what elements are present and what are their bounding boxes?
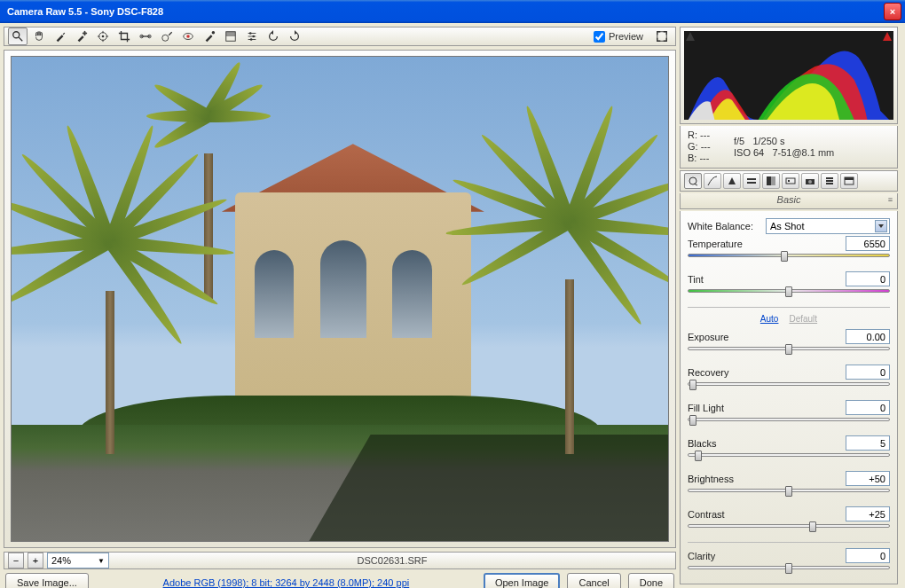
fullscreen-toggle-icon[interactable] (652, 27, 672, 45)
tab-snapshots-icon[interactable] (840, 173, 858, 189)
brightness-input[interactable] (846, 471, 890, 486)
blacks-label: Blacks (688, 438, 766, 449)
titlebar: Camera Raw 5.5 - Sony DSC-F828 × (0, 0, 905, 23)
svg-point-14 (162, 35, 169, 41)
svg-rect-30 (747, 182, 756, 184)
tint-slider[interactable] (688, 289, 890, 293)
brightness-label: Brightness (688, 474, 766, 484)
zoom-bar: − + 24%▼ DSC02631.SRF (4, 552, 676, 569)
vibrance-input[interactable] (846, 584, 890, 584)
tab-lens-icon[interactable] (782, 173, 799, 189)
svg-rect-34 (788, 180, 790, 182)
toolbar: Preview (4, 27, 676, 46)
temperature-input[interactable] (846, 236, 890, 251)
recovery-label: Recovery (688, 367, 766, 378)
svg-point-23 (249, 32, 252, 35)
target-adjust-icon[interactable] (93, 27, 113, 45)
blacks-input[interactable] (846, 435, 890, 451)
footer: Save Image... Adobe RGB (1998); 8 bit; 3… (4, 573, 676, 588)
contrast-label: Contrast (688, 509, 766, 520)
cancel-button[interactable]: Cancel (567, 573, 620, 588)
spot-removal-icon[interactable] (157, 27, 177, 45)
rotate-left-icon[interactable] (264, 27, 283, 45)
tint-input[interactable] (846, 271, 890, 286)
default-link[interactable]: Default (789, 314, 817, 324)
svg-point-24 (252, 35, 255, 38)
tab-presets-icon[interactable] (821, 173, 838, 189)
window-title: Camera Raw 5.5 - Sony DSC-F828 (4, 6, 882, 17)
panel-menu-icon[interactable]: ≡ (888, 195, 893, 204)
svg-rect-41 (845, 177, 854, 180)
zoom-out-button[interactable]: − (8, 553, 24, 568)
zoom-in-button[interactable]: + (28, 553, 43, 568)
panel-title: Basic≡ (680, 193, 898, 209)
panel-tabs (680, 170, 898, 192)
filename-label: DSC02631.SRF (113, 555, 672, 566)
tab-curve-icon[interactable] (704, 173, 721, 189)
svg-point-0 (13, 32, 20, 38)
histogram[interactable] (680, 27, 898, 124)
tab-hsl-icon[interactable] (743, 173, 760, 189)
temperature-label: Temperature (688, 239, 766, 249)
white-balance-label: White Balance: (688, 221, 766, 231)
tab-detail-icon[interactable] (723, 173, 741, 189)
info-readout: R: ---G: ---B: --- f/5 1/250 s ISO 64 7-… (680, 126, 898, 169)
svg-point-6 (102, 35, 105, 38)
svg-rect-29 (747, 178, 756, 180)
contrast-slider[interactable] (688, 524, 890, 528)
clarity-slider[interactable] (688, 566, 890, 569)
preview-area (4, 50, 676, 548)
crop-tool-icon[interactable] (114, 27, 134, 45)
auto-link[interactable]: Auto (760, 314, 779, 324)
zoom-tool-icon[interactable] (8, 27, 28, 45)
tint-label: Tint (688, 274, 766, 285)
tab-basic-icon[interactable] (684, 173, 702, 189)
preview-checkbox[interactable]: Preview (594, 31, 643, 43)
svg-rect-31 (767, 176, 771, 185)
adjustment-brush-icon[interactable] (200, 27, 219, 45)
blacks-slider[interactable] (688, 453, 890, 457)
svg-point-16 (186, 35, 190, 38)
open-image-button[interactable]: Open Image (484, 573, 561, 588)
zoom-select[interactable]: 24%▼ (47, 553, 109, 568)
graduated-filter-icon[interactable] (221, 27, 240, 45)
rotate-right-icon[interactable] (285, 27, 304, 45)
eyedropper-wb-icon[interactable] (51, 27, 70, 45)
workflow-options-link[interactable]: Adobe RGB (1998); 8 bit; 3264 by 2448 (8… (163, 577, 410, 588)
tab-camera-icon[interactable] (801, 173, 819, 189)
svg-rect-32 (771, 176, 775, 185)
svg-point-36 (808, 180, 812, 184)
color-sampler-icon[interactable] (72, 27, 91, 45)
straighten-tool-icon[interactable] (136, 27, 155, 45)
svg-rect-19 (226, 32, 236, 36)
tab-split-icon[interactable] (762, 173, 780, 189)
save-image-button[interactable]: Save Image... (5, 573, 89, 588)
contrast-input[interactable] (846, 506, 890, 521)
clarity-label: Clarity (688, 551, 766, 561)
svg-point-25 (250, 38, 253, 41)
brightness-slider[interactable] (688, 489, 890, 492)
temperature-slider[interactable] (688, 254, 890, 257)
hand-tool-icon[interactable] (29, 27, 49, 45)
fill-light-slider[interactable] (688, 418, 890, 421)
redeye-tool-icon[interactable] (178, 27, 198, 45)
svg-rect-38 (826, 180, 833, 182)
svg-rect-37 (826, 177, 833, 179)
image-canvas[interactable] (11, 56, 669, 542)
exposure-slider[interactable] (688, 347, 890, 350)
recovery-slider[interactable] (688, 382, 890, 386)
clarity-input[interactable] (846, 548, 890, 563)
fill-light-input[interactable] (846, 400, 890, 415)
white-balance-select[interactable]: As Shot (766, 218, 890, 234)
svg-point-17 (212, 31, 216, 35)
exposure-input[interactable] (846, 329, 890, 344)
done-button[interactable]: Done (628, 573, 674, 588)
svg-rect-39 (826, 183, 833, 184)
svg-line-1 (19, 37, 22, 41)
close-window-button[interactable]: × (884, 3, 901, 20)
svg-rect-33 (786, 178, 795, 184)
basic-panel: White Balance: As Shot Temperature Tint … (680, 211, 898, 584)
recovery-input[interactable] (846, 365, 890, 380)
svg-point-27 (689, 177, 696, 184)
preferences-icon[interactable] (242, 27, 262, 45)
